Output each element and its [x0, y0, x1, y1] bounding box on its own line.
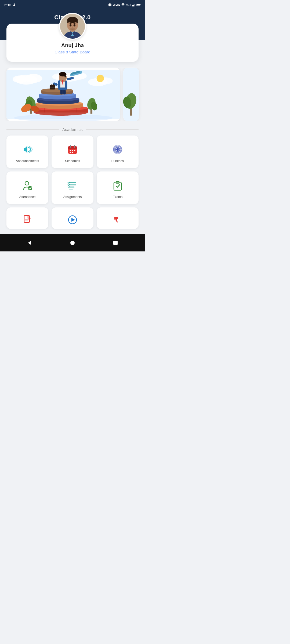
network-icon: 4G+ [126, 3, 131, 6]
avatar [59, 13, 86, 40]
status-left: 2:16 ⬇ [4, 3, 16, 7]
svg-rect-1 [108, 4, 108, 6]
grid-item-schedules[interactable]: Schedules [52, 136, 93, 168]
svg-rect-8 [140, 4, 141, 5]
svg-rect-6 [135, 3, 136, 6]
svg-point-94 [25, 181, 29, 185]
svg-point-22 [72, 27, 73, 28]
profile-card-wrapper: Anuj Jha Class 8 State Board [0, 24, 145, 62]
svg-point-23 [70, 28, 75, 30]
academics-grid: Announcements Schedules [0, 136, 145, 204]
svg-point-86 [74, 150, 75, 151]
battery-icon [136, 3, 141, 7]
svg-point-85 [72, 150, 73, 151]
announcements-label: Announcements [16, 159, 39, 163]
wifi-icon [121, 3, 125, 7]
svg-text:₹: ₹ [114, 216, 118, 224]
svg-rect-2 [111, 4, 111, 6]
banner-card-secondary[interactable] [123, 68, 139, 121]
assignments-icon [66, 179, 79, 192]
partial-grid: ₹ [0, 204, 145, 229]
grid-item-assignments[interactable]: Assignments [52, 171, 93, 204]
grid-item-exams[interactable]: Exams [97, 171, 139, 204]
banner-section [0, 68, 145, 121]
status-bar: 2:16 ⬇ VoLTE 4G+ [0, 0, 145, 10]
profile-name: Anuj Jha [17, 42, 128, 49]
svg-rect-102 [117, 181, 119, 182]
svg-rect-18 [67, 20, 69, 23]
svg-point-27 [13, 75, 27, 83]
svg-point-93 [117, 149, 118, 150]
punches-icon [111, 143, 124, 156]
divider-right [86, 129, 139, 130]
grid-item-announcements[interactable]: Announcements [6, 136, 48, 168]
svg-rect-9 [137, 4, 140, 5]
status-right: VoLTE 4G+ [108, 3, 141, 7]
svg-rect-112 [113, 241, 118, 245]
download-icon: ⬇ [13, 3, 16, 7]
svg-rect-81 [68, 148, 77, 149]
volte-icon: VoLTE [113, 3, 120, 6]
vibrate-icon [108, 3, 112, 7]
grid-item-play[interactable] [52, 207, 93, 229]
svg-rect-19 [77, 20, 78, 23]
grid-item-punches[interactable]: Punches [97, 136, 139, 168]
svg-point-17 [67, 17, 78, 23]
attendance-icon [21, 179, 34, 192]
avatar-wrapper [17, 13, 128, 40]
svg-rect-5 [134, 4, 135, 6]
svg-rect-61 [63, 90, 66, 94]
svg-point-84 [70, 150, 71, 151]
svg-rect-4 [133, 5, 134, 7]
exams-icon [111, 179, 124, 192]
svg-marker-108 [71, 218, 75, 222]
svg-rect-3 [132, 5, 133, 6]
grid-item-rupee[interactable]: ₹ [97, 207, 139, 229]
svg-point-21 [74, 24, 75, 26]
svg-marker-110 [28, 241, 31, 245]
svg-point-33 [97, 75, 104, 82]
nav-back-button[interactable] [24, 237, 35, 248]
bottom-navigation [0, 234, 145, 251]
nav-recent-button[interactable] [110, 237, 121, 248]
nav-home-button[interactable] [67, 237, 78, 248]
grid-item-document[interactable] [6, 207, 48, 229]
svg-rect-0 [109, 3, 111, 6]
divider-left [6, 129, 59, 130]
svg-point-49 [41, 88, 73, 92]
grid-item-attendance[interactable]: Attendance [6, 171, 48, 204]
svg-point-20 [70, 24, 71, 26]
svg-point-73 [64, 76, 66, 78]
banner-card-main[interactable] [6, 68, 120, 121]
schedules-icon [66, 143, 79, 156]
assignments-label: Assignments [63, 195, 82, 199]
svg-point-26 [25, 74, 42, 83]
section-title-wrapper: Academics [0, 121, 145, 136]
profile-class: Class 8 State Board [17, 50, 128, 54]
time: 2:16 [4, 3, 11, 7]
punches-label: Punches [111, 159, 124, 163]
svg-point-87 [70, 152, 71, 153]
attendance-label: Attendance [19, 195, 36, 199]
section-title: Academics [62, 127, 83, 132]
profile-card: Anuj Jha Class 8 State Board [6, 24, 139, 62]
announcements-icon [21, 143, 34, 156]
signal-icon [132, 3, 135, 7]
banner-container [0, 68, 145, 121]
svg-point-72 [59, 72, 67, 76]
exams-label: Exams [113, 195, 123, 199]
schedules-label: Schedules [65, 159, 80, 163]
svg-point-111 [70, 241, 75, 245]
svg-point-88 [72, 152, 73, 153]
